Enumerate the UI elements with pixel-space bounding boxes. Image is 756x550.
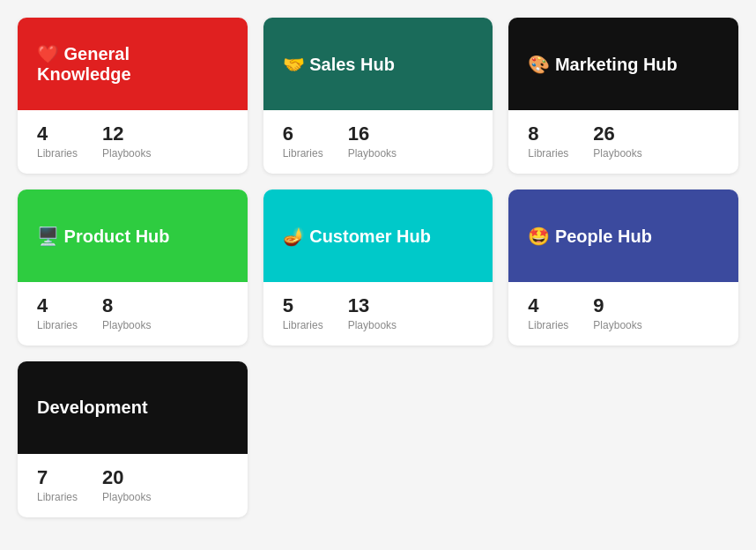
card-banner-general-knowledge: ❤️ General Knowledge bbox=[18, 18, 248, 110]
stat-libraries-number-product-hub: 4 bbox=[37, 294, 78, 317]
stat-libraries-label-people-hub: Libraries bbox=[528, 319, 568, 331]
card-marketing-hub[interactable]: 🎨 Marketing Hub8Libraries26Playbooks bbox=[508, 18, 738, 174]
stat-libraries-number-customer-hub: 5 bbox=[283, 294, 323, 317]
card-banner-customer-hub: 🪔 Customer Hub bbox=[263, 190, 493, 282]
stat-libraries-marketing-hub: 8Libraries bbox=[528, 123, 568, 160]
card-banner-sales-hub: 🤝 Sales Hub bbox=[263, 18, 493, 110]
card-title-customer-hub: 🪔 Customer Hub bbox=[283, 226, 431, 247]
stat-libraries-label-customer-hub: Libraries bbox=[283, 319, 323, 331]
card-stats-sales-hub: 6Libraries16Playbooks bbox=[263, 110, 493, 174]
stat-playbooks-label-general-knowledge: Playbooks bbox=[102, 147, 151, 160]
card-people-hub[interactable]: 🤩 People Hub4Libraries9Playbooks bbox=[508, 190, 738, 346]
stat-playbooks-sales-hub: 16Playbooks bbox=[348, 123, 397, 160]
card-title-development: Development bbox=[37, 398, 148, 418]
stat-libraries-label-general-knowledge: Libraries bbox=[37, 147, 78, 160]
stat-libraries-number-marketing-hub: 8 bbox=[528, 123, 568, 145]
stat-libraries-label-sales-hub: Libraries bbox=[283, 147, 323, 160]
stat-playbooks-general-knowledge: 12Playbooks bbox=[102, 123, 151, 160]
stat-libraries-sales-hub: 6Libraries bbox=[283, 123, 323, 160]
card-sales-hub[interactable]: 🤝 Sales Hub6Libraries16Playbooks bbox=[263, 18, 493, 174]
card-stats-people-hub: 4Libraries9Playbooks bbox=[508, 282, 738, 346]
card-banner-marketing-hub: 🎨 Marketing Hub bbox=[508, 18, 738, 110]
card-product-hub[interactable]: 🖥️ Product Hub4Libraries8Playbooks bbox=[18, 190, 248, 346]
stat-playbooks-number-general-knowledge: 12 bbox=[102, 123, 151, 145]
stat-libraries-number-general-knowledge: 4 bbox=[37, 123, 78, 145]
stat-playbooks-number-marketing-hub: 26 bbox=[593, 123, 641, 145]
stat-libraries-number-people-hub: 4 bbox=[528, 294, 568, 317]
stat-playbooks-label-product-hub: Playbooks bbox=[102, 319, 151, 331]
card-title-general-knowledge: ❤️ General Knowledge bbox=[37, 43, 228, 85]
stat-playbooks-label-customer-hub: Playbooks bbox=[348, 319, 397, 331]
card-stats-marketing-hub: 8Libraries26Playbooks bbox=[508, 110, 738, 174]
stat-libraries-number-development: 7 bbox=[37, 466, 78, 489]
card-title-product-hub: 🖥️ Product Hub bbox=[37, 226, 170, 247]
card-stats-general-knowledge: 4Libraries12Playbooks bbox=[18, 110, 248, 174]
stat-playbooks-product-hub: 8Playbooks bbox=[102, 294, 151, 331]
stat-libraries-product-hub: 4Libraries bbox=[37, 294, 78, 331]
card-title-marketing-hub: 🎨 Marketing Hub bbox=[528, 54, 677, 75]
stat-playbooks-number-development: 20 bbox=[102, 466, 151, 489]
stat-libraries-customer-hub: 5Libraries bbox=[283, 294, 323, 331]
card-banner-product-hub: 🖥️ Product Hub bbox=[18, 190, 248, 282]
card-banner-people-hub: 🤩 People Hub bbox=[508, 190, 738, 282]
card-stats-product-hub: 4Libraries8Playbooks bbox=[18, 282, 248, 346]
stat-libraries-number-sales-hub: 6 bbox=[283, 123, 323, 145]
stat-playbooks-development: 20Playbooks bbox=[102, 466, 151, 503]
stat-libraries-people-hub: 4Libraries bbox=[528, 294, 568, 331]
stat-playbooks-number-people-hub: 9 bbox=[593, 294, 641, 317]
card-stats-development: 7Libraries20Playbooks bbox=[18, 454, 248, 517]
stat-libraries-label-marketing-hub: Libraries bbox=[528, 147, 568, 160]
stat-playbooks-marketing-hub: 26Playbooks bbox=[593, 123, 641, 160]
card-general-knowledge[interactable]: ❤️ General Knowledge4Libraries12Playbook… bbox=[18, 18, 248, 174]
stat-playbooks-label-development: Playbooks bbox=[102, 491, 151, 503]
stat-playbooks-customer-hub: 13Playbooks bbox=[348, 294, 397, 331]
card-title-people-hub: 🤩 People Hub bbox=[528, 226, 652, 247]
stat-playbooks-number-sales-hub: 16 bbox=[348, 123, 397, 145]
card-banner-development: Development bbox=[18, 361, 248, 454]
card-title-sales-hub: 🤝 Sales Hub bbox=[283, 54, 395, 75]
hub-grid: ❤️ General Knowledge4Libraries12Playbook… bbox=[18, 18, 738, 517]
card-development[interactable]: Development7Libraries20Playbooks bbox=[18, 361, 248, 517]
stat-libraries-general-knowledge: 4Libraries bbox=[37, 123, 78, 160]
stat-playbooks-people-hub: 9Playbooks bbox=[593, 294, 641, 331]
stat-libraries-label-development: Libraries bbox=[37, 491, 78, 503]
stat-playbooks-label-marketing-hub: Playbooks bbox=[593, 147, 641, 160]
stat-playbooks-number-product-hub: 8 bbox=[102, 294, 151, 317]
card-stats-customer-hub: 5Libraries13Playbooks bbox=[263, 282, 493, 346]
stat-playbooks-label-people-hub: Playbooks bbox=[593, 319, 641, 331]
stat-playbooks-number-customer-hub: 13 bbox=[348, 294, 397, 317]
card-customer-hub[interactable]: 🪔 Customer Hub5Libraries13Playbooks bbox=[263, 190, 493, 346]
stat-libraries-label-product-hub: Libraries bbox=[37, 319, 78, 331]
stat-libraries-development: 7Libraries bbox=[37, 466, 78, 503]
stat-playbooks-label-sales-hub: Playbooks bbox=[348, 147, 397, 160]
